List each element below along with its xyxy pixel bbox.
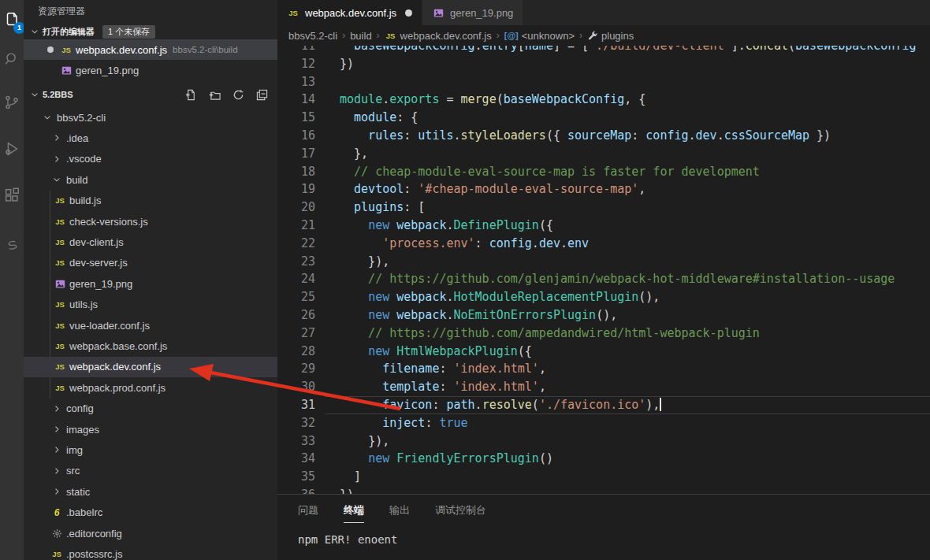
- line-number: 30: [277, 378, 315, 396]
- tree-folder-static[interactable]: static: [24, 481, 277, 502]
- breadcrumb-item[interactable]: bbsv5.2-cli: [288, 30, 337, 42]
- tree-file-dev-server.js[interactable]: JSdev-server.js: [24, 253, 277, 273]
- line-text: }): [340, 55, 354, 73]
- breadcrumb-separator: ›: [497, 30, 500, 41]
- wrench-icon: [587, 30, 598, 41]
- breadcrumb-item[interactable]: build: [350, 30, 371, 42]
- tab-geren_19.png[interactable]: geren_19.png: [422, 0, 523, 25]
- tree-item-label: src: [66, 465, 80, 477]
- refresh-icon[interactable]: [232, 89, 244, 101]
- breadcrumb-item[interactable]: plugins: [587, 30, 634, 42]
- tree-file-.postcssrc.js[interactable]: JS.postcssrc.js: [24, 543, 277, 560]
- editor-tab-bar: JSwebpack.dev.conf.jsgeren_19.png: [277, 0, 930, 25]
- tree-file-.editorconfig[interactable]: .editorconfig: [24, 523, 277, 543]
- activity-run-debug-icon[interactable]: [0, 135, 24, 162]
- tree-file-.babelrc[interactable]: 6.babelrc: [24, 503, 277, 523]
- tree-item-label: vue-loader.conf.js: [69, 320, 150, 332]
- tree-file-vue-loader.conf.js[interactable]: JSvue-loader.conf.js: [24, 315, 277, 336]
- activity-explorer-icon[interactable]: 1: [0, 6, 24, 33]
- tree-file-webpack.dev.conf.js[interactable]: JSwebpack.dev.conf.js: [24, 357, 277, 377]
- line-text: new webpack.HotModuleReplacementPlugin()…: [340, 288, 660, 306]
- tree-file-utils.js[interactable]: JSutils.js: [24, 295, 277, 315]
- breadcrumb-item[interactable]: [@]<unknown>: [504, 30, 575, 42]
- tree-file-webpack.prod.conf.js[interactable]: JSwebpack.prod.conf.js: [24, 377, 277, 398]
- line-number: 18: [277, 163, 315, 181]
- gear-icon: [50, 528, 63, 539]
- code-editor[interactable]: 11 baseWebpackConfig.entry[name] = ['./b…: [277, 46, 930, 495]
- chevron-right-icon: [50, 425, 63, 434]
- line-text: new FriendlyErrorsPlugin(): [340, 450, 553, 468]
- code-lines: 11 baseWebpackConfig.entry[name] = ['./b…: [277, 46, 930, 495]
- code-line-16: 16 rules: utils.styleLoaders({ sourceMap…: [277, 127, 930, 145]
- tree-item-label: static: [66, 486, 90, 498]
- tree-folder-build[interactable]: build: [24, 169, 277, 190]
- line-number: 21: [277, 217, 315, 235]
- tree-folder-config[interactable]: config: [24, 399, 277, 419]
- panel-tab-输出[interactable]: 输出: [389, 503, 410, 523]
- breadcrumb-separator: ›: [342, 30, 345, 41]
- section-actions: [185, 89, 268, 101]
- code-line-32: 32 inject: true: [277, 414, 930, 432]
- activity-s-extension-icon[interactable]: [0, 233, 24, 260]
- line-number: 32: [277, 414, 315, 432]
- tree-file-webpack.base.conf.js[interactable]: JSwebpack.base.conf.js: [24, 336, 277, 356]
- activity-bar: 1: [0, 0, 24, 560]
- line-number: 14: [277, 91, 315, 109]
- code-line-20: 20 plugins: [: [277, 198, 930, 217]
- image-file-icon: [60, 65, 73, 76]
- folder-section-header[interactable]: 5.2BBS: [24, 85, 277, 104]
- activity-search-icon[interactable]: [0, 46, 24, 72]
- breadcrumb-label: bbsv5.2-cli: [288, 30, 337, 42]
- activity-extensions-icon[interactable]: [0, 182, 24, 209]
- symbol-icon: [@]: [504, 31, 519, 40]
- code-line-24: 24 // https://github.com/glenjamin/webpa…: [277, 270, 930, 288]
- breadcrumb-item[interactable]: JSwebpack.dev.conf.js: [385, 30, 492, 42]
- code-line-30: 30 template: 'index.html',: [277, 378, 930, 396]
- tree-item-label: geren_19.png: [69, 278, 132, 290]
- tree-file-geren_19.png[interactable]: geren_19.png: [24, 273, 277, 294]
- tree-folder-.vscode[interactable]: .vscode: [24, 149, 277, 169]
- line-text: new webpack.NoEmitOnErrorsPlugin(),: [340, 306, 617, 325]
- breadcrumb-separator: ›: [579, 30, 582, 41]
- panel-tab-调试控制台[interactable]: 调试控制台: [435, 503, 486, 523]
- line-number: 15: [277, 109, 315, 127]
- js-file-icon: JS: [54, 321, 66, 330]
- line-text: module.exports = merge(baseWebpackConfig…: [340, 91, 645, 109]
- panel-tab-终端[interactable]: 终端: [344, 503, 364, 523]
- code-line-19: 19 devtool: '#cheap-module-eval-source-m…: [277, 180, 930, 198]
- line-text: rules: utils.styleLoaders({ sourceMap: c…: [340, 127, 831, 145]
- tree-file-dev-client.js[interactable]: JSdev-client.js: [24, 232, 277, 252]
- code-line-23: 23 }),: [277, 253, 930, 271]
- tree-file-check-versions.js[interactable]: JScheck-versions.js: [24, 211, 277, 232]
- image-file-icon: [54, 279, 66, 289]
- code-line-33: 33 }),: [277, 432, 930, 451]
- tab-webpack.dev.conf.js[interactable]: JSwebpack.dev.conf.js: [277, 0, 422, 25]
- code-line-15: 15 module: {: [277, 109, 930, 127]
- panel-tab-问题[interactable]: 问题: [298, 503, 318, 523]
- tree-item-label: bbsv5.2-cli: [57, 112, 106, 124]
- new-folder-icon[interactable]: [209, 89, 221, 101]
- open-editor-item[interactable]: geren_19.png: [24, 60, 277, 80]
- tree-folder-src[interactable]: src: [24, 461, 277, 481]
- open-editor-item[interactable]: JSwebpack.dev.conf.jsbbsv5.2-cli\build: [24, 39, 277, 60]
- tree-folder-.idea[interactable]: .idea: [24, 128, 277, 148]
- babel-icon: 6: [50, 507, 63, 518]
- collapse-all-icon[interactable]: [256, 89, 268, 101]
- tree-item-label: .babelrc: [66, 506, 102, 518]
- chevron-down-icon: [30, 90, 39, 99]
- new-file-icon[interactable]: [185, 89, 197, 101]
- activity-source-control-icon[interactable]: [0, 89, 24, 116]
- unsaved-dot-icon: [405, 9, 412, 17]
- tree-folder-images[interactable]: images: [24, 419, 277, 439]
- code-line-17: 17 },: [277, 145, 930, 163]
- code-line-31: 31 favicon: path.resolve('./favicon.ico'…: [277, 396, 930, 414]
- tree-folder-img[interactable]: img: [24, 439, 277, 460]
- line-text: filename: 'index.html',: [340, 360, 546, 378]
- tree-folder-bbsv5.2-cli[interactable]: bbsv5.2-cli: [24, 107, 277, 128]
- open-editors-header[interactable]: 打开的编辑器 1 个未保存: [24, 24, 277, 39]
- chevron-down-icon: [41, 113, 54, 122]
- tab-label: webpack.dev.conf.js: [305, 7, 396, 19]
- js-file-icon: JS: [54, 217, 66, 226]
- tree-file-build.js[interactable]: JSbuild.js: [24, 191, 277, 211]
- line-text: // https://github.com/glenjamin/webpack-…: [340, 270, 895, 288]
